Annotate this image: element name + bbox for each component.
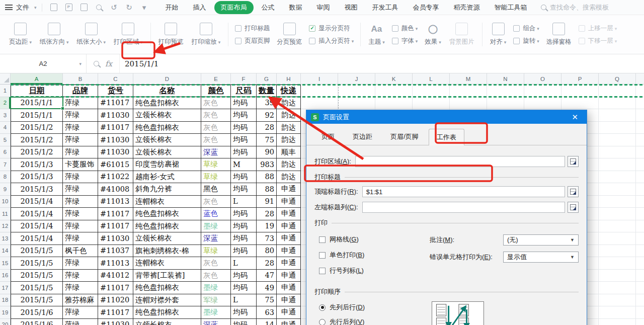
cell-C8[interactable]: #11022 <box>98 171 133 184</box>
menu-tab-插入[interactable]: 插入 <box>187 1 213 14</box>
cell-Q12[interactable] <box>599 220 636 233</box>
cell-A13[interactable]: 2015/1/4 <box>11 232 63 245</box>
cell-H4[interactable]: 韵达 <box>277 122 301 134</box>
cell-Q9[interactable] <box>599 183 636 196</box>
cell-F15[interactable]: L <box>231 257 257 270</box>
print-preview-icon[interactable] <box>93 2 106 13</box>
cell-B5[interactable]: 萍绿 <box>63 134 98 146</box>
cell-F20[interactable]: 均码 <box>231 319 257 325</box>
column-header-N[interactable]: N <box>487 73 524 85</box>
menu-tab-开始[interactable]: 开始 <box>159 1 185 14</box>
dialog-titlebar[interactable]: S 页面设置 ✕ <box>306 110 587 124</box>
cell-H18[interactable]: 申通 <box>277 294 301 307</box>
row-header-7[interactable]: 7 <box>0 158 11 171</box>
cell-C18[interactable]: #11020 <box>98 294 133 307</box>
column-header-F[interactable]: F <box>231 73 257 85</box>
row-header-11[interactable]: 11 <box>0 208 11 220</box>
ribbon-button-旋转[interactable]: 旋转▾ <box>513 37 539 45</box>
cell-A11[interactable]: 2015/1/4 <box>11 208 63 220</box>
radio-先列后行(D)[interactable]: 先列后行(D) <box>319 303 432 312</box>
cell-H10[interactable]: 申通 <box>277 196 301 208</box>
cell-F2[interactable]: 均码 <box>231 97 257 110</box>
ribbon-button-打印标题[interactable]: 打印标题 <box>235 24 270 33</box>
cell-N1[interactable] <box>487 85 524 97</box>
row-header-2[interactable]: 2 <box>0 97 11 110</box>
cell-G13[interactable]: 73 <box>257 232 277 245</box>
cell-Q17[interactable] <box>599 282 636 294</box>
cell-B9[interactable]: 萍绿 <box>63 183 98 196</box>
menu-tab-会员专享[interactable]: 会员专享 <box>407 1 446 14</box>
command-search[interactable]: 查找命令、搜索模板 <box>541 3 639 12</box>
cell-Q20[interactable] <box>599 319 636 325</box>
column-header-J[interactable]: J <box>338 73 375 85</box>
cell-G11[interactable]: 28 <box>257 208 277 220</box>
cell-L1[interactable] <box>413 85 450 97</box>
cell-F6[interactable]: 均码 <box>231 146 257 159</box>
export-pdf-icon[interactable] <box>62 2 75 13</box>
column-header-M[interactable]: M <box>450 73 487 85</box>
ribbon-button-选择窗格[interactable]: 选择窗格 <box>543 22 575 47</box>
dialog-tab-工作表[interactable]: 工作表 <box>429 129 464 145</box>
cell-F7[interactable]: M <box>231 158 257 171</box>
column-header-A[interactable]: A <box>11 73 63 85</box>
cell-D13[interactable]: 立领长棉衣 <box>133 232 201 245</box>
cell-F12[interactable]: 均码 <box>231 220 257 233</box>
column-header-G[interactable]: G <box>257 73 277 85</box>
cell-C2[interactable]: #11017 <box>98 97 133 110</box>
cell-C15[interactable]: #11013 <box>98 257 133 270</box>
cell-E14[interactable]: 草绿 <box>201 245 231 258</box>
print-icon[interactable] <box>77 2 91 13</box>
cell-H9[interactable]: 申通 <box>277 183 301 196</box>
row-header-12[interactable]: 12 <box>0 220 11 233</box>
checkbox-行号列标(L)[interactable]: 行号列标(L) <box>319 266 430 275</box>
cell-E5[interactable]: 灰色 <box>201 134 231 146</box>
comments-dropdown[interactable]: (无) ▼ <box>503 234 579 246</box>
cell-G16[interactable]: 47 <box>257 270 277 282</box>
save-icon[interactable] <box>47 2 60 13</box>
cell-C5[interactable]: #11030 <box>98 134 133 146</box>
cell-L2[interactable] <box>413 97 450 110</box>
cell-F5[interactable]: 均码 <box>231 134 257 146</box>
cell-H11[interactable]: 申通 <box>277 208 301 220</box>
cell-B3[interactable]: 萍绿 <box>63 109 98 122</box>
cell-D5[interactable]: 立领长棉衣 <box>133 134 201 146</box>
cell-F19[interactable]: 均码 <box>231 306 257 319</box>
ribbon-button-颜色[interactable]: 颜色▾ <box>392 24 418 33</box>
cell-A10[interactable]: 2015/1/4 <box>11 196 63 208</box>
menu-tab-稻壳资源[interactable]: 稻壳资源 <box>447 1 487 14</box>
cell-E18[interactable]: 军绿 <box>201 294 231 307</box>
cell-C10[interactable]: #11013 <box>98 196 133 208</box>
row-header-17[interactable]: 17 <box>0 282 11 294</box>
cell-O1[interactable] <box>524 85 561 97</box>
cell-C12[interactable]: #11017 <box>98 220 133 233</box>
cell-D16[interactable]: 背带裤[工装裤] <box>133 270 201 282</box>
cell-F11[interactable]: 均码 <box>231 208 257 220</box>
menu-tab-审阅[interactable]: 审阅 <box>310 1 337 14</box>
cell-F3[interactable]: 均码 <box>231 109 257 122</box>
cell-H5[interactable]: 韵达 <box>277 134 301 146</box>
menu-tab-视图[interactable]: 视图 <box>338 1 364 14</box>
cell-H20[interactable]: 申通 <box>277 319 301 325</box>
menu-tab-页面布局[interactable]: 页面布局 <box>214 1 254 14</box>
print-area-input[interactable] <box>355 156 565 167</box>
cell-E7[interactable]: 草绿 <box>201 158 231 171</box>
ribbon-button-效果[interactable]: ◯效果▾ <box>421 22 445 47</box>
cell-E2[interactable]: 灰色 <box>201 97 231 110</box>
cell-D15[interactable]: 连帽棉衣 <box>133 257 201 270</box>
cell-H2[interactable]: 韵达 <box>277 97 301 110</box>
cell-O2[interactable] <box>524 97 561 110</box>
cell-Q11[interactable] <box>599 208 636 220</box>
column-header-E[interactable]: E <box>201 73 231 85</box>
column-header-I[interactable]: I <box>301 73 338 85</box>
cell-E13[interactable]: 深蓝 <box>201 232 231 245</box>
cell-B6[interactable]: 萍绿 <box>63 146 98 159</box>
cell-Q16[interactable] <box>599 270 636 282</box>
fx-icon[interactable]: fx <box>105 59 112 68</box>
menu-tab-智能工具箱[interactable]: 智能工具箱 <box>488 1 534 14</box>
cell-G7[interactable]: 983 <box>257 158 277 171</box>
cell-G12[interactable]: 19 <box>257 220 277 233</box>
cell-G8[interactable]: 88 <box>257 171 277 184</box>
cell-D11[interactable]: 纯色盘扣棉衣 <box>133 208 201 220</box>
top-title-row-input[interactable]: $1:$1 <box>362 186 565 197</box>
cell-H14[interactable]: 申通 <box>277 245 301 258</box>
